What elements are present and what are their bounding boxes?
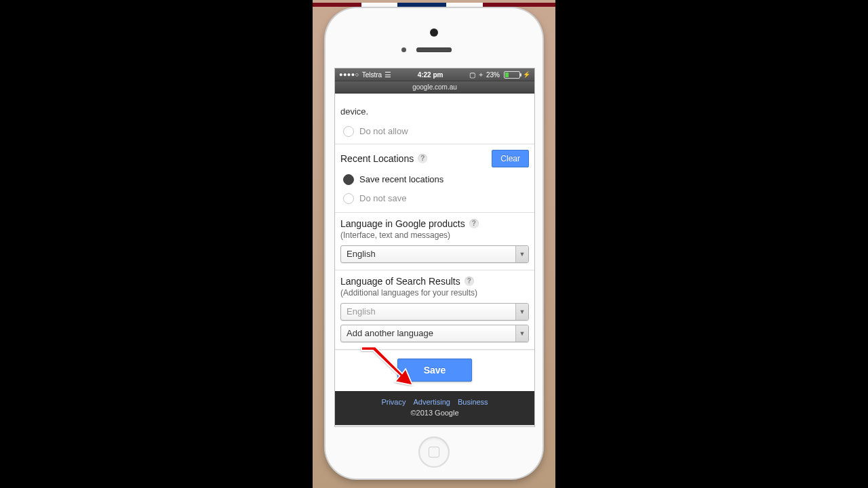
- home-button[interactable]: [418, 436, 450, 468]
- section-title: Language in Google products: [340, 218, 465, 229]
- radio-icon: [343, 126, 354, 137]
- screen: ●●●●○ Telstra ☰ 4:22 pm ▢ ✦ 23% ⚡ google…: [334, 68, 535, 427]
- background-top-chip: [313, 3, 555, 7]
- signal-icon: ●●●●○: [339, 71, 359, 78]
- help-icon[interactable]: ?: [469, 219, 479, 228]
- select-results-language[interactable]: English ▼: [340, 303, 529, 321]
- chevron-down-icon: ▼: [515, 304, 528, 320]
- section-recent-locations: Recent Locations ? Clear Save recent loc…: [335, 144, 534, 212]
- section-language-results: Language of Search Results ? (Additional…: [335, 270, 534, 349]
- footer-link-advertising[interactable]: Advertising: [414, 398, 450, 406]
- save-button[interactable]: Save: [397, 359, 473, 382]
- section-subtitle: (Interface, text and messages): [340, 230, 529, 240]
- page-content: xxx xxxx xxxxxx xxxxxxx xxxx xx device. …: [335, 92, 534, 426]
- section-language-products: Language in Google products ? (Interface…: [335, 213, 534, 270]
- radio-label: Do not save: [359, 193, 406, 203]
- select-interface-language[interactable]: English ▼: [340, 245, 529, 263]
- location-option-truncated: xxx xxxx xxxxxx xxxxxxx xxxx xx device.: [335, 92, 534, 123]
- page-url: google.com.au: [412, 83, 457, 91]
- section-subtitle: (Additional languages for your results): [340, 288, 529, 298]
- save-row: Save: [335, 350, 534, 391]
- radio-label: Do not allow: [359, 126, 408, 136]
- front-camera: [430, 28, 438, 37]
- select-value: English: [347, 306, 376, 317]
- chevron-down-icon: ▼: [515, 325, 528, 342]
- earpiece: [416, 47, 452, 52]
- proximity-sensor: [401, 47, 406, 52]
- radio-label: Save recent locations: [359, 174, 443, 184]
- help-icon[interactable]: ?: [465, 277, 474, 286]
- select-value: English: [347, 249, 376, 259]
- battery-icon: [504, 71, 520, 79]
- page-footer: Privacy Advertising Business ©2013 Googl…: [335, 391, 534, 425]
- help-icon[interactable]: ?: [418, 154, 427, 163]
- radio-do-not-save[interactable]: Do not save: [343, 190, 529, 205]
- clear-button[interactable]: Clear: [492, 150, 529, 167]
- footer-copyright: ©2013 Google: [335, 409, 534, 417]
- wifi-icon: ☰: [384, 70, 391, 79]
- iphone-frame: ●●●●○ Telstra ☰ 4:22 pm ▢ ✦ 23% ⚡ google…: [326, 8, 542, 479]
- chevron-down-icon: ▼: [515, 246, 528, 262]
- section-title: Language of Search Results: [340, 276, 460, 287]
- charging-icon: ⚡: [523, 71, 530, 78]
- select-add-another-language[interactable]: Add another language ▼: [340, 325, 529, 342]
- section-title: Recent Locations: [340, 153, 414, 164]
- radio-icon: [343, 174, 354, 185]
- select-value: Add another language: [347, 328, 433, 338]
- bluetooth-icon: ✦: [478, 71, 484, 79]
- clock: 4:22 pm: [418, 71, 443, 79]
- footer-link-privacy[interactable]: Privacy: [381, 398, 406, 406]
- radio-do-not-allow[interactable]: Do not allow: [335, 123, 534, 144]
- carrier-label: Telstra: [362, 71, 382, 79]
- battery-percent: 23%: [486, 71, 500, 79]
- status-bar: ●●●●○ Telstra ☰ 4:22 pm ▢ ✦ 23% ⚡: [335, 68, 534, 81]
- airplay-icon: ▢: [469, 71, 475, 79]
- footer-link-business[interactable]: Business: [458, 398, 488, 406]
- radio-icon: [343, 193, 354, 204]
- radio-save-recent[interactable]: Save recent locations: [343, 171, 529, 190]
